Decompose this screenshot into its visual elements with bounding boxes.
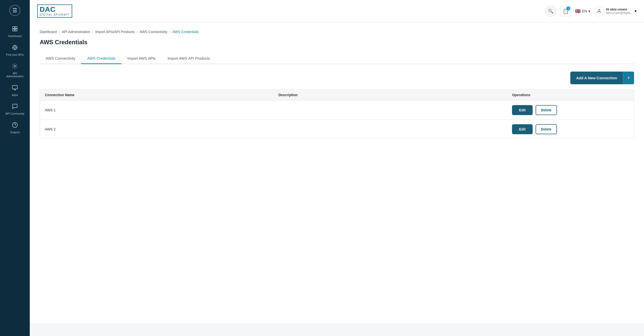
find-apis-icon [12, 45, 18, 52]
search-icon: 🔍 [548, 9, 554, 14]
sidebar-api-admin-label: API Administration [4, 72, 25, 78]
breadcrumb-aws-connectivity[interactable]: AWS Connectivity [140, 30, 168, 34]
breadcrumb: Dashboard › API Administration › Import … [40, 30, 634, 34]
user-chevron-icon: ▾ [634, 9, 636, 14]
breadcrumb-sep-3: › [136, 30, 138, 34]
row1-delete-button[interactable]: Delete [536, 105, 557, 115]
add-connection-plus-icon: + [623, 72, 634, 84]
breadcrumb-sep-4: › [169, 30, 170, 34]
tab-import-aws-apis[interactable]: Import AWS APIs [121, 53, 162, 64]
table-header: Connection Name Description Operations [40, 89, 634, 101]
tab-aws-connectivity[interactable]: AWS Connectivity [40, 53, 81, 64]
svg-rect-1 [15, 27, 17, 29]
svg-point-5 [14, 47, 16, 49]
language-code: EN [582, 9, 587, 13]
row2-operations: Edit Delete [512, 124, 629, 134]
sidebar-item-apps[interactable]: Apps [2, 82, 27, 99]
svg-point-16 [598, 9, 600, 11]
header-right: 🔍 📋 1 🇬🇧 EN ▾ Hi ekta umar [545, 6, 636, 17]
row1-name: AWS 1 [45, 108, 278, 112]
breadcrumb-dashboard[interactable]: Dashboard [40, 30, 57, 34]
flag-icon: 🇬🇧 [575, 9, 580, 14]
svg-rect-2 [13, 29, 15, 31]
language-chevron-icon: ▾ [588, 9, 590, 13]
sidebar-item-api-admin[interactable]: API Administration [2, 61, 27, 80]
breadcrumb-sep-1: › [59, 30, 60, 34]
col-header-name: Connection Name [45, 93, 278, 97]
row2-edit-button[interactable]: Edit [512, 124, 532, 134]
sidebar-apps-label: Apps [12, 93, 18, 96]
dashboard-icon [12, 26, 18, 33]
svg-point-10 [14, 65, 16, 67]
row2-delete-button[interactable]: Delete [536, 124, 557, 134]
support-icon [12, 122, 18, 129]
tabs-bar: AWS Connectivity AWS Credentials Import … [40, 53, 634, 64]
sidebar-support-label: Support [10, 131, 20, 134]
row1-edit-button[interactable]: Edit [512, 105, 532, 115]
col-header-operations: Operations [512, 93, 629, 97]
sidebar: ☰ Dashboard Find your APIs [0, 0, 30, 336]
bottom-strip [30, 323, 644, 336]
svg-rect-0 [13, 27, 15, 29]
apps-icon [12, 85, 18, 92]
svg-rect-3 [15, 29, 17, 31]
breadcrumb-current: AWS Credentials [172, 30, 199, 34]
sidebar-api-community-label: API Community [6, 112, 24, 115]
svg-rect-11 [12, 85, 17, 89]
sidebar-item-find-apis[interactable]: Find your APIs [2, 42, 27, 59]
sidebar-item-support[interactable]: Support [2, 119, 27, 136]
add-connection-row: Add A New Connection + [40, 72, 634, 89]
sidebar-find-apis-label: Find your APIs [6, 53, 24, 56]
user-text-block: Hi ekta umare ekta.u+pm@digita... [606, 8, 632, 15]
breadcrumb-import-apis[interactable]: Import APIs/API Products [95, 30, 134, 34]
add-connection-button[interactable]: Add A New Connection + [570, 72, 634, 84]
logo-box: DAC DIGITAL APICRAFT [37, 5, 72, 18]
table-row: AWS 1 Edit Delete [40, 101, 634, 120]
page-title: AWS Credentials [40, 39, 634, 46]
language-selector[interactable]: 🇬🇧 EN ▾ [575, 9, 590, 14]
content-area: Dashboard › API Administration › Import … [30, 22, 644, 323]
notifications-badge: 1 [566, 7, 570, 11]
sidebar-item-dashboard[interactable]: Dashboard [2, 23, 27, 40]
col-header-description: Description [278, 93, 512, 97]
sidebar-dashboard-label: Dashboard [8, 35, 22, 38]
search-button[interactable]: 🔍 [545, 6, 556, 17]
sidebar-item-api-community[interactable]: API Community [2, 101, 27, 118]
user-name: Hi ekta umare [606, 8, 632, 11]
user-avatar-icon [594, 6, 604, 16]
svg-point-14 [12, 122, 17, 127]
breadcrumb-api-admin[interactable]: API Administration [62, 30, 90, 34]
logo-text: DAC [40, 6, 70, 13]
breadcrumb-sep-2: › [92, 30, 94, 34]
row2-name: AWS 2 [45, 127, 278, 131]
add-connection-label: Add A New Connection [570, 72, 623, 84]
tab-aws-credentials[interactable]: AWS Credentials [81, 53, 121, 64]
connections-table: Connection Name Description Operations A… [40, 89, 634, 139]
logo-sub: DIGITAL APICRAFT [40, 14, 70, 16]
api-admin-icon [12, 63, 18, 71]
tab-import-aws-products[interactable]: Import AWS API Products [162, 53, 216, 64]
user-menu[interactable]: Hi ekta umare ekta.u+pm@digita... ▾ [594, 6, 636, 16]
sidebar-menu-icon[interactable]: ☰ [10, 5, 20, 16]
user-email: ekta.u+pm@digita... [606, 11, 632, 15]
table-row: AWS 2 Edit Delete [40, 120, 634, 139]
row1-operations: Edit Delete [512, 105, 629, 115]
notifications-button[interactable]: 📋 1 [560, 6, 571, 17]
main-area: DAC DIGITAL APICRAFT 🔍 📋 1 🇬🇧 EN ▾ [30, 0, 644, 336]
logo: DAC DIGITAL APICRAFT [37, 5, 74, 18]
api-community-icon [12, 103, 18, 111]
header: DAC DIGITAL APICRAFT 🔍 📋 1 🇬🇧 EN ▾ [30, 0, 644, 22]
